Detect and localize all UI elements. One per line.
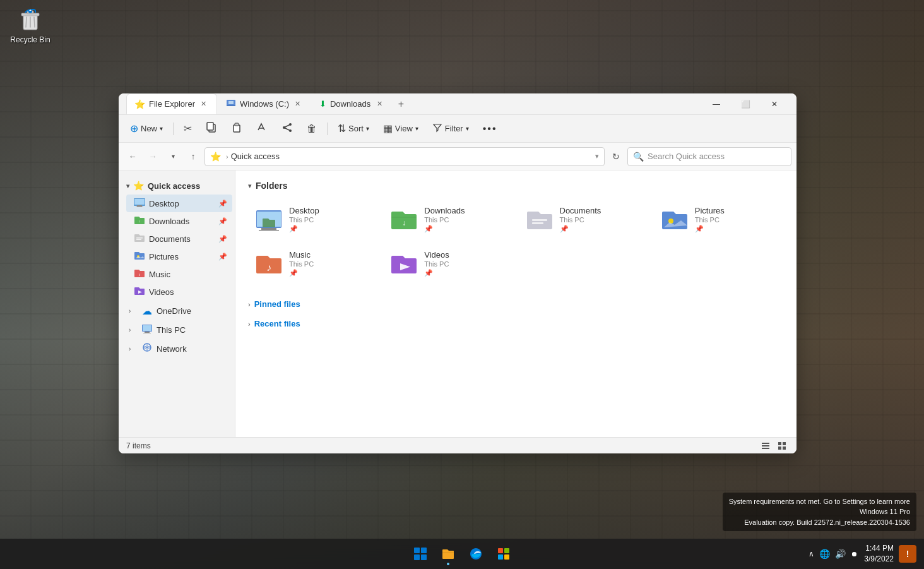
history-dropdown[interactable]: ▾ xyxy=(164,148,182,165)
folder-music-icon-wrap: ♪ xyxy=(255,249,283,277)
paste-icon xyxy=(231,122,242,136)
cut-button[interactable]: ✂ xyxy=(177,119,198,139)
taskbar-clock[interactable]: 1:44 PM 3/9/2022 xyxy=(864,543,894,565)
battery-icon[interactable]: ⏺ xyxy=(850,549,859,559)
filter-dropdown-icon: ▾ xyxy=(466,125,469,132)
tab-downloads[interactable]: ⬇ Downloads ✕ xyxy=(312,93,392,114)
pinned-files-expand-icon: › xyxy=(248,301,251,308)
network-icon[interactable]: 🌐 xyxy=(818,548,831,560)
taskbar-edge-button[interactable] xyxy=(463,541,489,566)
item-count: 7 items xyxy=(126,441,151,450)
sidebar-item-downloads[interactable]: ↓ Downloads 📌 xyxy=(126,212,232,230)
music-folder-icon: ♪ xyxy=(134,268,145,280)
breadcrumb-quick-access-icon: ⭐ xyxy=(210,152,221,162)
filter-label: Filter xyxy=(445,124,463,133)
sidebar-item-documents[interactable]: Documents 📌 xyxy=(126,230,232,248)
paste-button[interactable] xyxy=(225,119,249,139)
pinned-files-header[interactable]: › Pinned files xyxy=(248,296,784,313)
minimize-button[interactable]: — xyxy=(702,94,731,114)
folder-item-downloads[interactable]: ↓ Downloads This PC 📌 xyxy=(383,200,513,239)
delete-button[interactable]: 🗑 xyxy=(300,119,323,139)
folders-section-header[interactable]: ▾ Folders xyxy=(248,181,784,191)
start-button[interactable] xyxy=(408,541,433,566)
svg-rect-31 xyxy=(143,333,151,333)
view-button[interactable]: ▦ View ▾ xyxy=(377,119,425,139)
downloads-folder-icon: ↓ xyxy=(134,215,145,227)
new-tab-button[interactable]: + xyxy=(392,95,410,113)
svg-rect-47 xyxy=(778,442,781,445)
tab-windows-c[interactable]: Windows (C:) ✕ xyxy=(218,93,311,114)
recycle-bin-icon[interactable]: Recycle Bin xyxy=(5,5,56,47)
notification-line-2: Windows 11 Pro xyxy=(729,506,910,517)
sidebar-quick-access-header[interactable]: ▾ ⭐ Quick access xyxy=(119,176,235,195)
main-area: ▾ ⭐ Quick access Desktop 📌 xyxy=(119,171,797,437)
tab-windows-c-icon xyxy=(226,98,236,110)
notification-button[interactable]: ! xyxy=(899,545,916,563)
close-button[interactable]: ✕ xyxy=(760,94,789,114)
svg-text:↓: ↓ xyxy=(402,219,406,227)
tab-windows-c-label: Windows (C:) xyxy=(240,99,289,109)
view-controls xyxy=(759,439,789,453)
tab-windows-c-close[interactable]: ✕ xyxy=(293,99,303,109)
sidebar-item-videos[interactable]: Videos xyxy=(126,283,232,301)
maximize-button[interactable]: ⬜ xyxy=(731,94,760,114)
folder-item-pictures[interactable]: Pictures This PC 📌 xyxy=(654,200,784,239)
tab-downloads-close[interactable]: ✕ xyxy=(374,99,384,109)
taskbar-file-explorer-button[interactable] xyxy=(435,541,461,566)
folder-downloads-icon-wrap: ↓ xyxy=(390,205,418,233)
share-button[interactable] xyxy=(275,119,299,139)
desktop-pin-icon: 📌 xyxy=(218,200,227,208)
tab-file-explorer[interactable]: ⭐ File Explorer ✕ xyxy=(126,93,217,114)
address-input[interactable]: ⭐ › Quick access ▾ xyxy=(204,147,605,166)
search-box[interactable]: 🔍 Search Quick access xyxy=(627,147,791,166)
recent-files-header[interactable]: › Recent files xyxy=(248,315,784,332)
list-view-button[interactable] xyxy=(759,439,773,453)
grid-view-button[interactable] xyxy=(775,439,789,453)
folder-item-videos[interactable]: Videos This PC 📌 xyxy=(383,244,513,283)
tab-file-explorer-close[interactable]: ✕ xyxy=(199,99,209,109)
search-placeholder: Search Quick access xyxy=(648,152,725,161)
copy-button[interactable] xyxy=(199,119,223,139)
up-button[interactable]: ↑ xyxy=(184,148,202,165)
sort-label: Sort xyxy=(348,124,364,133)
quick-access-expand-icon: ▾ xyxy=(126,183,129,189)
sidebar-onedrive-label: OneDrive xyxy=(157,306,227,316)
sidebar-item-onedrive[interactable]: › ☁ OneDrive xyxy=(121,302,232,320)
svg-point-17 xyxy=(283,126,285,129)
content-area: ▾ Folders xyxy=(235,171,797,437)
svg-rect-29 xyxy=(143,325,151,331)
pictures-pin-icon: 📌 xyxy=(218,253,227,261)
back-button[interactable]: ← xyxy=(124,148,141,165)
this-pc-icon xyxy=(141,323,153,336)
new-button[interactable]: ⊕ New ▾ xyxy=(124,119,169,139)
forward-button[interactable]: → xyxy=(144,148,162,165)
sidebar-item-pictures[interactable]: Pictures 📌 xyxy=(126,248,232,265)
view-label: View xyxy=(395,124,413,133)
folders-expand-icon: ▾ xyxy=(248,182,252,190)
delete-icon: 🗑 xyxy=(307,123,317,135)
new-dropdown-icon: ▾ xyxy=(160,125,163,132)
sort-button[interactable]: ⇅ Sort ▾ xyxy=(331,119,376,139)
documents-folder-icon xyxy=(134,232,145,245)
sidebar-item-desktop[interactable]: Desktop 📌 xyxy=(126,195,232,212)
svg-rect-53 xyxy=(414,554,420,560)
volume-icon[interactable]: 🔊 xyxy=(834,548,847,560)
more-button[interactable]: ••• xyxy=(477,119,504,139)
folder-item-documents[interactable]: Documents This PC 📌 xyxy=(519,200,649,239)
filter-button[interactable]: Filter ▾ xyxy=(426,119,475,139)
taskbar-store-button[interactable] xyxy=(491,541,516,566)
show-hidden-icons[interactable]: ∧ xyxy=(807,548,815,560)
sidebar-item-music[interactable]: ♪ Music xyxy=(126,265,232,283)
folder-item-music[interactable]: ♪ Music This PC 📌 xyxy=(248,244,378,283)
svg-rect-44 xyxy=(762,443,769,444)
new-label: New xyxy=(141,124,157,133)
pinned-files-title: Pinned files xyxy=(254,299,300,309)
videos-folder-icon xyxy=(134,285,145,298)
rename-button[interactable] xyxy=(250,119,274,139)
sidebar-item-this-pc[interactable]: › This PC xyxy=(121,321,232,338)
svg-line-3 xyxy=(26,17,27,27)
sidebar-item-network[interactable]: › Network xyxy=(121,340,232,357)
folder-item-desktop[interactable]: Desktop This PC 📌 xyxy=(248,200,378,239)
recent-files-section: › Recent files xyxy=(248,315,784,332)
refresh-button[interactable]: ↻ xyxy=(607,148,625,165)
